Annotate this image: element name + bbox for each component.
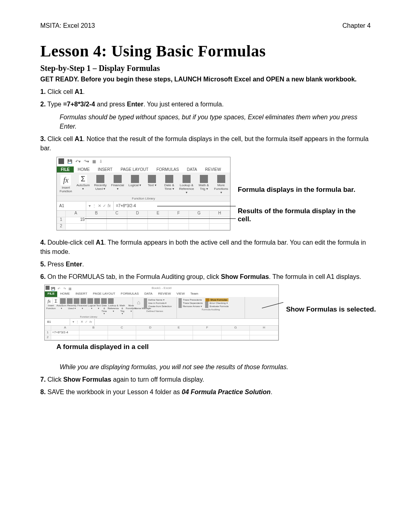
col-header[interactable]: D [136,326,165,330]
cell[interactable] [193,335,222,340]
dropdown-icon[interactable]: ▾ [89,204,91,208]
insert-function-button[interactable]: fxInsert Function [58,175,73,194]
row-header[interactable]: 1 [57,217,66,224]
select-all-corner[interactable] [45,326,51,330]
cell[interactable] [79,330,108,335]
logical-button[interactable]: Logical ▾ [127,175,142,194]
cell[interactable] [148,217,168,224]
cell[interactable] [107,217,127,224]
use-in-formula-button[interactable]: Use in Formula ▾ [144,301,175,305]
tab-page-layout[interactable]: PAGE LAYOUT [116,166,152,172]
col-header[interactable]: H [250,326,278,330]
evaluate-formula-button[interactable]: Evaluate Formula [205,305,228,308]
col-header[interactable]: E [148,211,168,217]
cell[interactable] [136,330,165,335]
cell-a1[interactable]: =7+8*3/2-4 [51,330,80,335]
datetime-button[interactable]: Date & Time ▾ [162,175,177,194]
question-icon[interactable] [74,298,79,304]
search-icon[interactable] [94,298,100,304]
col-header[interactable]: G [222,326,250,330]
cell[interactable] [51,335,80,340]
tab-formulas[interactable]: FORMULAS [118,291,141,297]
col-header[interactable]: C [108,326,137,330]
col-header[interactable]: H [210,211,230,217]
row-header[interactable]: 1 [45,330,51,335]
cell[interactable] [189,217,210,224]
tab-file[interactable]: FILE [57,166,74,172]
cell[interactable] [86,217,107,224]
remove-arrows-button[interactable]: Remove Arrows ▾ [179,305,203,308]
dots-icon[interactable] [108,298,114,304]
more-functions-button[interactable]: More Functions ▾ [214,175,228,194]
recently-used-button[interactable]: Recently Used ▾ [93,175,108,194]
cell[interactable] [250,335,278,340]
col-header[interactable]: D [127,211,148,217]
tab-review[interactable]: REVIEW [155,291,174,297]
cell[interactable] [210,217,230,224]
cell[interactable] [127,224,148,230]
name-box[interactable]: B1 [45,319,70,325]
select-all-corner[interactable] [57,211,66,217]
cell[interactable] [189,224,210,230]
cell[interactable] [165,330,193,335]
row-header[interactable]: 2 [45,335,51,340]
tab-team[interactable]: Team [187,291,201,297]
col-header[interactable]: F [193,326,222,330]
cell[interactable] [222,330,250,335]
col-header[interactable]: A [66,211,86,217]
cell[interactable] [168,217,189,224]
text-a-icon[interactable] [81,298,86,304]
tab-home[interactable]: HOME [57,291,73,297]
tab-formulas[interactable]: FORMULAS [152,166,183,172]
math-button[interactable]: Math & Trig ▾ [196,175,211,194]
cell[interactable] [210,224,230,230]
cancel-icon[interactable]: ✕ [81,320,83,324]
cell-a1[interactable]: 15 [66,217,86,224]
formula-content[interactable]: =7+8*3/2-4 [114,204,139,208]
tab-review[interactable]: REVIEW [201,166,225,172]
cell[interactable] [66,224,86,230]
theta-icon[interactable] [101,298,107,304]
tab-view[interactable]: VIEW [174,291,187,297]
col-header[interactable]: F [168,211,189,217]
fx-icon[interactable]: fx [108,204,111,208]
cell[interactable] [165,335,193,340]
cell[interactable] [79,335,108,340]
tab-insert[interactable]: INSERT [94,166,117,172]
enter-icon[interactable]: ✓ [85,320,88,324]
cell[interactable] [107,224,127,230]
col-header[interactable]: G [189,211,210,217]
cell[interactable] [148,224,168,230]
enter-icon[interactable]: ✓ [103,204,106,208]
error-checking-button[interactable]: Error Checking ▾ [205,301,228,305]
name-manager-icon[interactable]: ⌂ [135,298,143,306]
cell[interactable] [108,330,137,335]
tab-home[interactable]: HOME [74,166,94,172]
lookup-button[interactable]: Lookup & Reference ▾ [179,175,194,194]
cell[interactable] [86,224,107,230]
tab-page-layout[interactable]: PAGE LAYOUT [90,291,118,297]
autosum-button[interactable]: ΣAutoSum ▾ [76,175,91,194]
col-header[interactable]: C [107,211,127,217]
col-header[interactable]: E [165,326,193,330]
cell[interactable] [168,224,189,230]
row-header[interactable]: 2 [57,224,66,230]
col-header[interactable]: B [86,211,107,217]
col-header[interactable]: B [79,326,108,330]
fx-icon[interactable]: fx [89,320,92,324]
trace-dependents-button[interactable]: Trace Dependents [179,301,203,305]
cancel-icon[interactable]: ✕ [98,204,101,208]
financial-button[interactable]: Financial ▾ [110,175,125,194]
cell[interactable] [193,330,222,335]
cell[interactable] [108,335,137,340]
cell[interactable] [127,217,148,224]
col-header[interactable]: A [51,326,80,330]
star-icon[interactable] [60,298,66,304]
clock-icon[interactable] [87,298,93,304]
text-button[interactable]: Text ▾ [145,175,160,194]
dropdown-icon[interactable]: ▾ [73,320,74,324]
name-box[interactable]: A1 [57,202,86,210]
trace-precedents-button[interactable]: Trace Precedents [179,298,203,301]
tab-data[interactable]: DATA [183,166,201,172]
show-formulas-button[interactable]: Show Formulas [205,298,228,301]
